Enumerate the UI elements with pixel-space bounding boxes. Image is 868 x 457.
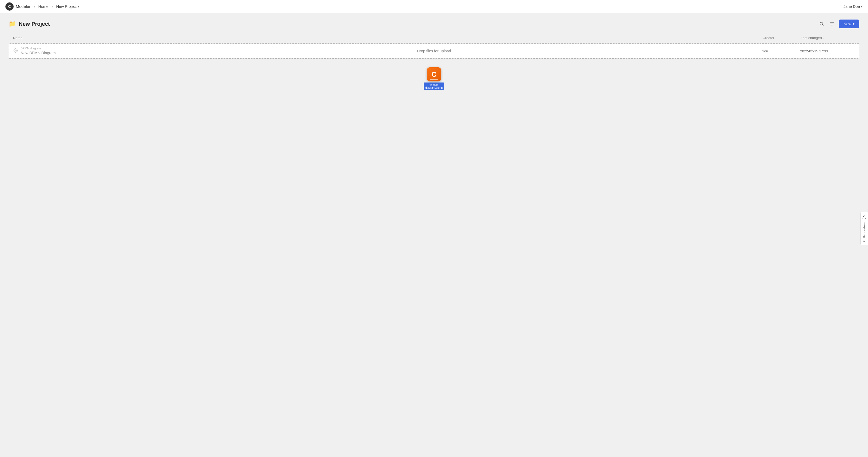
new-button[interactable]: New ▾ xyxy=(839,20,859,28)
svg-line-1 xyxy=(823,25,823,26)
row-creator: You xyxy=(762,49,800,53)
dragged-file: C my-cool- diagram.bpmn xyxy=(424,67,444,90)
nav-left: C Modeler › Home › New Project ▾ xyxy=(5,2,79,10)
new-button-chevron-icon: ▾ xyxy=(853,22,855,26)
breadcrumb-chevron-icon: ▾ xyxy=(78,5,79,8)
page-title: New Project xyxy=(19,21,50,27)
row-name: New BPMN Diagram xyxy=(21,51,56,55)
col-header-creator: Creator xyxy=(763,36,801,40)
breadcrumb-current[interactable]: New Project ▾ xyxy=(56,4,79,9)
breadcrumb-sep2: › xyxy=(52,4,53,9)
breadcrumb-sep1: › xyxy=(34,4,35,9)
drop-zone[interactable]: BPMN diagram New BPMN Diagram You 2022-0… xyxy=(9,43,859,59)
svg-point-6 xyxy=(863,216,865,217)
row-gear-icon xyxy=(13,48,18,54)
breadcrumb-home[interactable]: Home xyxy=(38,4,48,9)
user-chevron-icon: ▾ xyxy=(861,5,863,8)
app-logo: C xyxy=(5,2,13,10)
page-header: 📁 New Project New ▾ xyxy=(9,20,859,28)
filter-button[interactable] xyxy=(828,20,835,27)
row-name-area: BPMN diagram New BPMN Diagram xyxy=(21,47,762,55)
filter-icon xyxy=(830,22,834,26)
svg-point-5 xyxy=(15,50,16,51)
collaborators-label: Collaborators xyxy=(863,222,866,242)
search-button[interactable] xyxy=(818,20,825,27)
file-icon: C xyxy=(427,67,441,81)
user-menu[interactable]: Jane Doe ▾ xyxy=(843,4,863,9)
row-type-label: BPMN diagram xyxy=(21,47,762,50)
table-header: Name Creator Last changed ↓ xyxy=(9,34,859,42)
col-header-name: Name xyxy=(13,36,763,40)
main-content: 📁 New Project New ▾ Name Creator xyxy=(0,13,868,457)
svg-point-0 xyxy=(820,22,823,25)
new-button-label: New xyxy=(843,22,851,26)
app-name: Modeler xyxy=(16,4,30,9)
top-navigation: C Modeler › Home › New Project ▾ Jane Do… xyxy=(0,0,868,13)
header-actions: New ▾ xyxy=(818,20,859,28)
folder-icon: 📁 xyxy=(9,20,16,27)
file-label: my-cool- diagram.bpmn xyxy=(424,83,444,90)
search-icon xyxy=(819,22,824,26)
sort-arrow-icon: ↓ xyxy=(823,36,825,40)
person-icon xyxy=(862,215,866,221)
row-last-changed: 2022-02-15 17:33 xyxy=(800,49,855,53)
collaborators-panel[interactable]: Collaborators xyxy=(860,212,868,245)
user-name: Jane Doe xyxy=(843,4,860,9)
nav-right: Jane Doe ▾ xyxy=(843,4,863,9)
table-row[interactable]: BPMN diagram New BPMN Diagram You 2022-0… xyxy=(9,44,859,58)
page-title-area: 📁 New Project xyxy=(9,20,50,27)
col-header-last-changed: Last changed ↓ xyxy=(801,36,855,40)
